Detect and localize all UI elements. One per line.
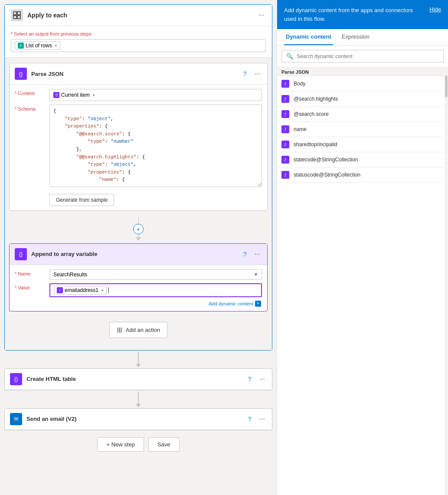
append-more-btn[interactable]: ··· — [253, 249, 262, 259]
list-rows-tag-icon: ≡ — [18, 43, 24, 49]
emailaddress-tag-close[interactable]: × — [101, 288, 104, 293]
dynamic-item-name[interactable]: ƒ name — [277, 122, 448, 137]
name-dropdown[interactable]: SearchResults ▼ — [49, 269, 262, 280]
tab-dynamic-content[interactable]: Dynamic content — [284, 29, 333, 45]
html-table-help-btn[interactable]: ? — [246, 375, 253, 384]
content-label: Content — [15, 89, 45, 96]
add-dynamic-content-link[interactable]: Add dynamic content + — [15, 301, 262, 307]
arrow-down-2 — [136, 364, 141, 367]
html-table-more-btn[interactable]: ··· — [258, 374, 267, 384]
new-step-btn[interactable]: + New step — [97, 437, 144, 452]
current-item-tag: Current item — [61, 92, 90, 98]
dynamic-item-search-score[interactable]: ƒ @search.score — [277, 107, 448, 122]
save-btn[interactable]: Save — [148, 437, 180, 452]
current-item-close[interactable]: × — [92, 92, 95, 98]
add-dynamic-plus-icon: + — [255, 301, 261, 307]
dynamic-sharedtoprincipalid-icon: ƒ — [281, 141, 289, 148]
content-input[interactable]: ☰ Current item × — [49, 89, 262, 101]
select-output-label: * Select an output from previous steps — [11, 31, 266, 36]
list-rows-tag: ≡ List of rows × — [15, 41, 60, 50]
dynamic-search-highlights-label: @search.highlights — [294, 96, 338, 102]
dynamic-content-search-box: 🔍 — [281, 50, 444, 62]
send-email-more-btn[interactable]: ··· — [258, 414, 267, 424]
hide-panel-btn[interactable]: Hide — [429, 6, 441, 13]
current-item-icon: ☰ — [53, 92, 59, 98]
dynamic-content-header-text: Add dynamic content from the apps and co… — [284, 6, 425, 23]
arrow-down-3 — [136, 404, 141, 407]
dynamic-item-statecode[interactable]: ƒ statecode@StringCollection — [277, 152, 448, 167]
send-email-actions: ? ··· — [246, 414, 267, 424]
append-help-btn[interactable]: ? — [242, 250, 249, 259]
apply-more-btn[interactable]: ··· — [257, 10, 266, 20]
dynamic-statuscode-label: statuscode@StringCollection — [294, 172, 360, 178]
append-array-title: Append to array variable — [31, 251, 242, 257]
svg-rect-0 — [13, 12, 16, 15]
connector-3 — [0, 390, 277, 408]
connector-2 — [0, 351, 277, 368]
send-email-help-btn[interactable]: ? — [246, 415, 253, 423]
search-dynamic-input[interactable] — [297, 53, 439, 59]
vert-line-1 — [138, 351, 139, 364]
dynamic-statuscode-icon: ƒ — [281, 171, 289, 179]
emailaddress-tag-icon: ƒ — [57, 287, 63, 293]
arrow-down-1 — [136, 237, 141, 241]
add-step-plus-btn[interactable]: + — [133, 224, 144, 234]
schema-textarea[interactable]: { "type": "object", "properties": { "@@s… — [49, 105, 262, 187]
apply-to-each-actions: ··· — [257, 10, 266, 20]
search-icon: 🔍 — [286, 53, 293, 59]
value-label: Value — [15, 283, 45, 290]
schema-content: { "type": "object", "properties": { "@@s… — [53, 108, 258, 184]
svg-rect-3 — [17, 16, 20, 19]
dynamic-name-label: name — [294, 126, 307, 132]
dynamic-name-icon: ƒ — [281, 125, 289, 133]
schema-label: Schema — [15, 105, 45, 111]
dynamic-item-search-highlights[interactable]: ƒ @search.highlights — [277, 92, 448, 107]
dynamic-search-score-icon: ƒ — [281, 110, 289, 118]
list-rows-tag-container[interactable]: ≡ List of rows × — [11, 39, 266, 52]
list-rows-tag-close[interactable]: × — [55, 43, 57, 48]
parse-json-help-btn[interactable]: ? — [242, 69, 249, 78]
apply-to-each-icon — [11, 9, 23, 21]
send-email-card: ✉ Send an email (V2) ? ··· — [4, 408, 272, 430]
inner-area: {} Parse JSON ? ··· Content ☰ Current it… — [5, 57, 272, 350]
create-html-table-title: Create HTML table — [26, 376, 246, 382]
dynamic-search-score-label: @search.score — [294, 111, 329, 117]
apply-to-each-title: Apply to each — [27, 12, 257, 19]
create-html-table-card: {} Create HTML table ? ··· — [4, 368, 272, 390]
dynamic-content-header: Add dynamic content from the apps and co… — [277, 0, 448, 29]
add-action-area: ⊞ Add an action — [9, 315, 268, 345]
add-action-btn[interactable]: ⊞ Add an action — [109, 322, 168, 338]
list-rows-tag-label: List of rows — [26, 43, 52, 49]
email-icon: ✉ — [10, 413, 22, 425]
parse-json-actions: ? ··· — [242, 69, 262, 79]
add-dynamic-label: Add dynamic content — [209, 301, 253, 306]
dynamic-search-highlights-icon: ƒ — [281, 95, 289, 103]
html-table-actions: ? ··· — [246, 374, 267, 384]
right-tabs: Dynamic content Expression — [277, 29, 448, 46]
append-array-body: Name SearchResults ▼ Value ƒ emailaddres… — [10, 265, 267, 311]
content-field-row: Content ☰ Current item × — [15, 89, 262, 101]
connector-line-1 — [138, 217, 139, 224]
svg-rect-1 — [17, 12, 20, 15]
value-input[interactable]: ƒ emailaddress1 × — [49, 283, 262, 297]
append-array-actions: ? ··· — [242, 249, 262, 259]
right-panel: Add dynamic content from the apps and co… — [277, 0, 448, 495]
dynamic-body-label: Body — [294, 81, 305, 87]
emailaddress-tag: ƒ emailaddress1 × — [54, 286, 107, 295]
apply-to-each-header: Apply to each ··· — [5, 5, 272, 26]
emailaddress-tag-label: emailaddress1 — [65, 287, 98, 293]
name-label: Name — [15, 269, 45, 276]
html-table-icon: {} — [10, 373, 22, 385]
parse-json-more-btn[interactable]: ··· — [253, 69, 262, 79]
dynamic-statecode-icon: ƒ — [281, 156, 289, 164]
parse-json-card: {} Parse JSON ? ··· Content ☰ Current it… — [9, 63, 268, 211]
generate-from-sample-btn[interactable]: Generate from sample — [49, 194, 114, 206]
dynamic-item-sharedtoprincipalid[interactable]: ƒ sharedtoprincipalid — [277, 137, 448, 152]
dynamic-item-body[interactable]: ƒ Body — [277, 76, 448, 92]
tab-expression[interactable]: Expression — [340, 29, 371, 45]
name-field-row: Name SearchResults ▼ — [15, 269, 262, 280]
scroll-track — [445, 67, 448, 495]
dynamic-item-statuscode[interactable]: ƒ statuscode@StringCollection — [277, 167, 448, 183]
parse-json-body: Content ☰ Current item × Schema { — [10, 85, 267, 210]
name-dropdown-value: SearchResults — [53, 272, 87, 278]
